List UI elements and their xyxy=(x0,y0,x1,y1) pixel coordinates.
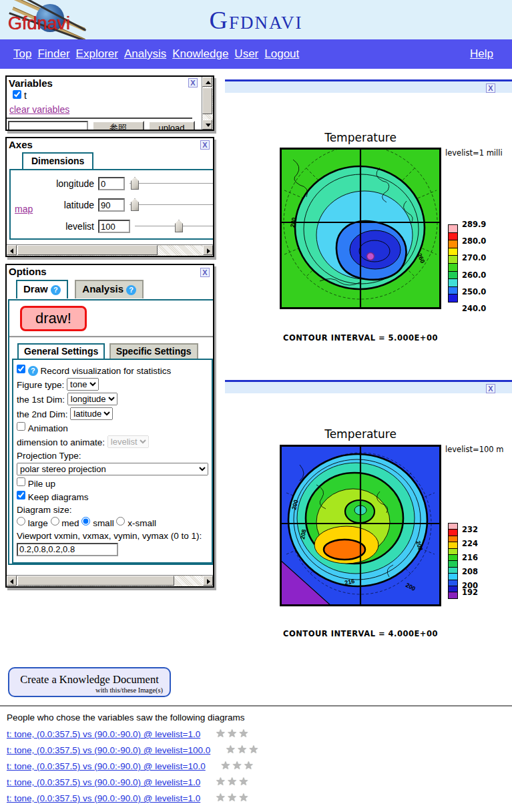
scroll-up-button[interactable] xyxy=(202,77,212,87)
tab-dimensions[interactable]: Dimensions xyxy=(22,152,93,169)
divider xyxy=(7,118,192,119)
tab-analysis[interactable]: Analysis ? xyxy=(75,280,144,298)
scroll-right-button[interactable] xyxy=(203,576,213,586)
rating-stars-icon[interactable]: ★★★ xyxy=(216,775,250,788)
slider-handle[interactable] xyxy=(131,198,139,211)
diagram-link[interactable]: t: tone, (0.0:357.5) vs (90.0:-90.0) @ l… xyxy=(7,793,200,803)
plot-2-level-label: levelist=100 m xyxy=(445,445,504,454)
slider-handle[interactable] xyxy=(213,198,214,211)
plot-1-level-label: levelist=1 milli xyxy=(445,148,503,158)
plot-1-title: Temperature xyxy=(280,131,441,144)
nav-link-help[interactable]: Help xyxy=(470,47,493,61)
related-diagram-row: t: tone, (0.0:357.5) vs (90.0:-90.0) @ l… xyxy=(7,727,250,740)
nav-link-logout[interactable]: Logout xyxy=(264,47,299,61)
tab-specific-settings[interactable]: Specific Settings xyxy=(109,343,198,359)
create-knowledge-document-button[interactable]: Create a Knowledge Document with this/th… xyxy=(8,667,171,697)
animate-dim-select[interactable]: levelist xyxy=(107,435,149,448)
pile-up-checkbox[interactable] xyxy=(17,477,25,486)
close-icon[interactable]: X xyxy=(200,268,210,277)
scrollbar-thumb[interactable] xyxy=(17,245,158,255)
dim2-select[interactable]: latitude xyxy=(70,407,113,420)
help-icon[interactable]: ? xyxy=(126,285,136,295)
latitude-slider[interactable] xyxy=(130,198,214,212)
horizontal-scrollbar[interactable] xyxy=(7,244,213,256)
browse-button[interactable]: 参照 xyxy=(92,121,144,131)
vertical-scrollbar[interactable] xyxy=(202,77,213,130)
longitude-slider[interactable] xyxy=(130,177,214,190)
knowledge-button-line2: with this/these Image(s) xyxy=(9,686,170,694)
record-label: Record visualization for statistics xyxy=(41,366,172,376)
related-diagrams-heading: People who chose the variables saw the f… xyxy=(7,713,244,723)
slider-handle[interactable] xyxy=(175,220,183,232)
tab-general-settings[interactable]: General Settings xyxy=(17,343,105,359)
arrow-up-icon xyxy=(206,81,211,84)
variable-label: t xyxy=(24,90,27,101)
diagram-link[interactable]: t: tone, (0.0:357.5) vs (90.0:-90.0) @ l… xyxy=(7,777,200,787)
levelist-input[interactable] xyxy=(98,220,130,233)
rating-stars-icon[interactable]: ★★★ xyxy=(220,759,255,772)
animation-label: Animation xyxy=(28,423,68,433)
nav-link-finder[interactable]: Finder xyxy=(37,47,69,61)
tab-draw[interactable]: Draw ? xyxy=(16,280,68,298)
figure-type-select[interactable]: tone xyxy=(67,378,99,391)
keep-diagrams-label: Keep diagrams xyxy=(28,492,89,502)
scroll-down-button[interactable] xyxy=(202,120,212,130)
nav-link-analysis[interactable]: Analysis xyxy=(124,47,166,61)
tab-analysis-label: Analysis xyxy=(82,283,123,294)
rating-stars-icon[interactable]: ★★★ xyxy=(226,743,260,756)
axis-row-latitude: latitude xyxy=(11,198,214,213)
file-upload-input[interactable] xyxy=(8,121,88,131)
dim2-row: the 2nd Dim: latitude xyxy=(17,407,210,420)
slider-handle[interactable] xyxy=(213,177,214,190)
scrollbar-thumb[interactable] xyxy=(202,87,212,114)
diagram-link[interactable]: t: tone, (0.0:357.5) vs (90.0:-90.0) @ l… xyxy=(7,729,200,739)
scrollbar-thumb[interactable] xyxy=(17,576,174,586)
animation-row: Animation xyxy=(17,422,210,433)
horizontal-scrollbar[interactable] xyxy=(7,575,213,586)
projection-select-row: polar stereo projection xyxy=(17,463,210,475)
close-icon[interactable]: X xyxy=(200,140,210,150)
help-icon[interactable]: ? xyxy=(28,366,38,376)
size-radio-large[interactable] xyxy=(17,517,25,526)
viewport-input[interactable] xyxy=(17,543,118,556)
close-icon[interactable]: X xyxy=(486,83,495,93)
viewport-input-row xyxy=(17,543,210,556)
variable-checkbox-t[interactable] xyxy=(13,90,21,99)
diagram-link[interactable]: t: tone, (0.0:357.5) vs (90.0:-90.0) @ l… xyxy=(7,761,206,771)
help-icon[interactable]: ? xyxy=(51,285,61,295)
variables-panel: Variables X t clear variables 参照 upload xyxy=(5,75,214,131)
image-panel-2-header: X xyxy=(225,380,512,393)
longitude-input[interactable] xyxy=(98,177,125,190)
draw-button[interactable]: draw! xyxy=(20,306,87,331)
upload-button[interactable]: upload xyxy=(148,121,195,131)
keep-diagrams-row: Keep diagrams xyxy=(17,491,210,502)
scroll-right-button[interactable] xyxy=(203,245,213,255)
size-radio-med[interactable] xyxy=(51,517,59,526)
arrow-right-icon xyxy=(207,248,210,254)
keep-diagrams-checkbox[interactable] xyxy=(17,491,25,499)
projection-select[interactable]: polar stereo projection xyxy=(17,463,208,475)
rating-stars-icon[interactable]: ★★★ xyxy=(216,791,250,804)
close-icon[interactable]: X xyxy=(188,78,198,87)
nav-link-explorer[interactable]: Explorer xyxy=(76,47,118,61)
scroll-left-button[interactable] xyxy=(7,576,17,586)
dim1-select[interactable]: longitude xyxy=(67,393,117,405)
clear-variables-link[interactable]: clear variables xyxy=(9,104,69,115)
colorbar-cell xyxy=(448,294,458,302)
size-radio-small[interactable] xyxy=(81,517,90,526)
scroll-left-button[interactable] xyxy=(7,245,17,255)
slider-handle[interactable] xyxy=(131,177,139,190)
close-icon[interactable]: X xyxy=(486,384,495,393)
nav-link-knowledge[interactable]: Knowledge xyxy=(172,47,228,61)
record-checkbox[interactable] xyxy=(17,365,25,373)
size-radio-x-small[interactable] xyxy=(116,517,125,526)
size-label-x-small: x-small xyxy=(127,518,156,528)
diagram-link[interactable]: t: tone, (0.0:357.5) vs (90.0:-90.0) @ l… xyxy=(7,745,210,755)
nav-link-top[interactable]: Top xyxy=(13,47,31,61)
rating-stars-icon[interactable]: ★★★ xyxy=(216,727,250,740)
levelist-slider[interactable] xyxy=(135,220,214,233)
nav-link-user[interactable]: User xyxy=(234,47,258,61)
animate-dim-label: dimension to animate: xyxy=(17,437,105,447)
latitude-input[interactable] xyxy=(98,198,125,212)
animation-checkbox[interactable] xyxy=(17,422,25,431)
